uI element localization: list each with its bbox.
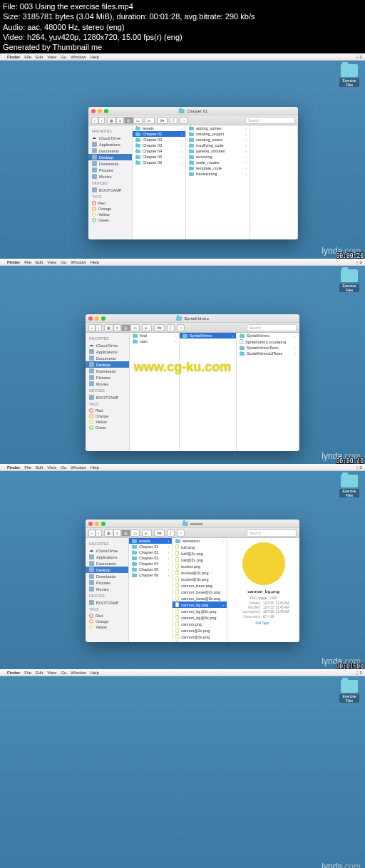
menu-window[interactable]: Window — [71, 671, 86, 675]
column-row[interactable]: Chapter 01› — [133, 131, 185, 137]
column-row[interactable]: Chapter 04› — [129, 561, 172, 567]
menu-window[interactable]: Window — [71, 465, 86, 470]
column-row[interactable]: template_code› — [186, 165, 250, 171]
column-row[interactable]: ball@3x.png — [173, 557, 227, 563]
sidebar-icloud[interactable]: ☁iCloud Drive — [86, 342, 129, 348]
sidebar-downloads[interactable]: Downloads — [88, 160, 132, 167]
column-row[interactable]: particle.png — [173, 640, 227, 642]
sidebar-tag-yellow[interactable]: Yellow — [86, 624, 128, 630]
menu-file[interactable]: File — [24, 260, 31, 264]
column-row[interactable]: assets› — [133, 125, 185, 131]
column-row[interactable]: adding_sprites› — [186, 125, 250, 131]
minimize-button[interactable] — [95, 522, 99, 526]
menubar-app[interactable]: Finder — [7, 671, 20, 675]
sidebar-desktop[interactable]: Desktop — [88, 154, 132, 160]
view-cover-button[interactable]: ▭ — [130, 529, 140, 537]
column-row[interactable]: Chapter 06› — [133, 160, 185, 165]
sidebar-tag-orange[interactable]: Orange — [86, 413, 129, 419]
column-row[interactable]: cannon_bg@2x.png — [173, 608, 227, 614]
zoom-button[interactable] — [101, 316, 106, 321]
menu-go[interactable]: Go — [61, 671, 66, 675]
sidebar-tag-red[interactable]: Red — [86, 408, 129, 413]
menubar-app[interactable]: Finder — [7, 55, 20, 59]
search-input[interactable]: Search — [247, 529, 297, 537]
column-row[interactable]: Chapter 03› — [129, 555, 172, 561]
view-list-button[interactable]: ≡ — [113, 529, 121, 537]
view-column-button[interactable]: ▥ — [121, 324, 130, 331]
view-cover-button[interactable]: ▭ — [133, 117, 143, 124]
column-row[interactable]: modifying_code› — [186, 143, 250, 148]
column-row[interactable]: ball@2x.png — [173, 550, 227, 557]
column-row[interactable]: Chapter 01› — [129, 544, 172, 549]
menu-go[interactable]: Go — [61, 260, 66, 264]
back-button[interactable]: ‹ — [91, 117, 98, 124]
desktop-folder-icon[interactable]: Exercise Files — [339, 64, 359, 87]
view-icon-button[interactable]: ▦ — [104, 324, 113, 331]
column-row[interactable]: creating_scene› — [186, 137, 250, 143]
column-row[interactable]: cannon_bg@3x.png — [173, 614, 227, 621]
column-row[interactable]: final› — [130, 333, 179, 339]
column-row[interactable]: scale_modes› — [186, 160, 250, 165]
column-row[interactable]: cannon@2x.png — [173, 627, 227, 634]
column-row[interactable]: assets› — [129, 538, 172, 544]
column-row[interactable]: bucket.png — [173, 563, 227, 569]
sidebar-pictures[interactable]: Pictures — [88, 167, 132, 173]
view-icon-button[interactable]: ▦ — [107, 117, 116, 124]
column-row[interactable]: ball.png — [173, 544, 227, 550]
column-row[interactable]: Chapter 05› — [129, 567, 172, 572]
sidebar-pictures[interactable]: Pictures — [86, 579, 128, 586]
menu-edit[interactable]: Edit — [36, 55, 43, 59]
menu-edit[interactable]: Edit — [36, 465, 43, 470]
wifi-icon[interactable]: ⋮≡ — [355, 259, 362, 264]
column-row[interactable]: cannon_bg.png› — [173, 601, 227, 608]
menu-view[interactable]: View — [47, 671, 56, 675]
view-column-button[interactable]: ▥ — [124, 117, 133, 124]
share-button[interactable]: ⤴ — [170, 117, 178, 124]
column-row[interactable]: creating_project› — [186, 131, 250, 137]
desktop-folder-icon[interactable]: Exercise Files — [339, 269, 359, 292]
column-row[interactable]: Chapter 05› — [133, 154, 185, 160]
sidebar-pictures[interactable]: Pictures — [86, 374, 129, 381]
menu-window[interactable]: Window — [71, 55, 86, 59]
menu-file[interactable]: File — [24, 465, 31, 470]
sidebar-movies[interactable]: Movies — [86, 586, 128, 592]
action-button[interactable]: ⚙▾ — [157, 117, 168, 124]
add-tags-link[interactable]: Add Tags... — [232, 621, 295, 626]
tag-button[interactable]: ○ — [177, 529, 185, 537]
column-row[interactable]: start› — [130, 339, 179, 344]
forward-button[interactable]: › — [96, 529, 103, 537]
sidebar-applications[interactable]: Applications — [88, 141, 132, 148]
close-button[interactable] — [88, 316, 93, 321]
menu-edit[interactable]: Edit — [36, 671, 43, 675]
arrange-button[interactable]: ⎈▾ — [142, 324, 152, 331]
column-row[interactable]: SpriteKitIntroTests› — [237, 345, 299, 351]
wifi-icon[interactable]: ⋮≡ — [355, 465, 362, 470]
view-cover-button[interactable]: ▭ — [130, 324, 140, 331]
menubar-app[interactable]: Finder — [7, 260, 20, 264]
desktop-folder-icon[interactable]: Exercise Files — [339, 680, 359, 703]
column-row[interactable]: SpriteKitIntro.xcodeproj — [237, 339, 299, 345]
column-row[interactable]: bucket@2x.png — [173, 569, 227, 576]
arrange-button[interactable]: ⎈▾ — [142, 529, 152, 537]
column-row[interactable]: SpriteKitIntro› — [180, 333, 236, 339]
sidebar-tag-yellow[interactable]: Yellow — [86, 419, 129, 425]
menu-help[interactable]: Help — [91, 671, 99, 675]
sidebar-tag-red[interactable]: Red — [86, 613, 128, 619]
sidebar-applications[interactable]: Applications — [86, 554, 128, 560]
view-list-button[interactable]: ≡ — [116, 117, 124, 124]
search-input[interactable]: Search — [247, 324, 297, 331]
column-row[interactable]: Chapter 04› — [133, 148, 185, 154]
sidebar-documents[interactable]: Documents — [86, 355, 129, 361]
wifi-icon[interactable]: ⋮≡ — [355, 670, 362, 675]
wifi-icon[interactable]: ⋮≡ — [355, 54, 362, 59]
menu-go[interactable]: Go — [61, 465, 66, 470]
menu-window[interactable]: Window — [71, 260, 86, 264]
sidebar-tag-green[interactable]: Green — [86, 425, 129, 430]
sidebar-desktop[interactable]: Desktop — [86, 361, 129, 368]
tag-button[interactable]: ○ — [180, 117, 187, 124]
back-button[interactable]: ‹ — [88, 324, 96, 331]
sidebar-documents[interactable]: Documents — [88, 148, 132, 154]
column-row[interactable]: bucket@3x.png — [173, 576, 227, 582]
column-row[interactable]: SpriteKitIntroUITests› — [237, 351, 299, 356]
menu-file[interactable]: File — [24, 55, 31, 59]
